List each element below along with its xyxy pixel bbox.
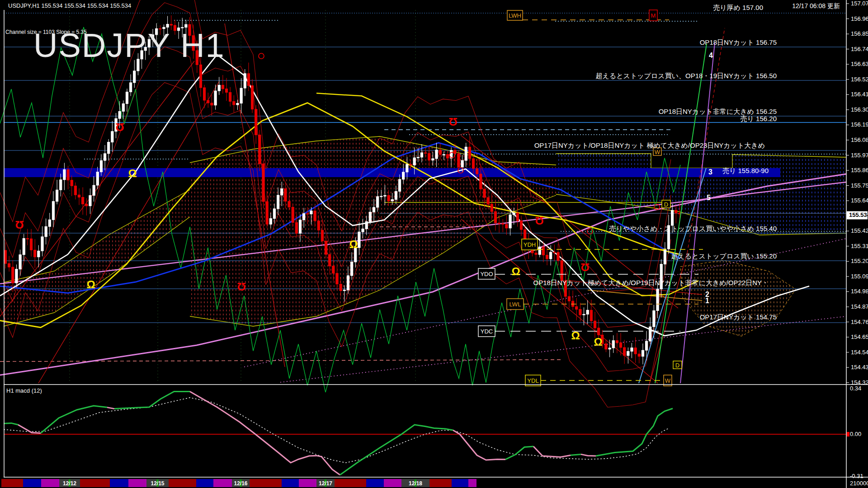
candle-body (480, 174, 482, 189)
candle-body (616, 341, 618, 343)
candle-body (550, 252, 552, 259)
timeline-segment-blue (110, 479, 128, 487)
candle-body (292, 207, 294, 222)
channel-info-label: Channel size = 1103 Slope = 5.35 (5, 29, 87, 35)
candle-body (317, 221, 320, 230)
candle-body (82, 197, 84, 204)
axis-tick-label: 154.540 (851, 349, 868, 356)
candle-body (85, 204, 88, 206)
candle-body (203, 88, 206, 100)
candle-body (609, 348, 611, 349)
orchid-dotted-trendline (280, 316, 846, 382)
candle-body (425, 153, 427, 154)
candle-body (465, 147, 467, 160)
candle-body (199, 65, 202, 88)
candle-body (30, 239, 32, 250)
level-annotation[interactable]: OP17日NYカット 154.75 (700, 313, 777, 321)
trading-terminal-chart[interactable]: 12345LWHMYDHYDOLWLYDCYDLWWDDΩΩΩΩΩΩΩΩΩΩΩΩ… (0, 0, 868, 488)
level-annotation[interactable]: OP18日NYカット 156.75 (700, 38, 777, 46)
update-timestamp: 12/17 06:08 更新 (792, 2, 840, 10)
tag-label-YDL: YDL (527, 377, 538, 384)
omega-marker: Ω (349, 238, 358, 250)
candle-body (358, 232, 360, 248)
candle-body (244, 74, 246, 88)
axis-tick-label: 155.750 (851, 182, 868, 189)
level-annotation[interactable]: 超えるとストップロス買い 155.20 (671, 252, 777, 260)
level-annotation[interactable]: OP18日NYカット極めて大きめ/OP19日NYカット非常に大きめ/OP22日N… (533, 279, 769, 286)
candle-body (45, 226, 47, 237)
candle-body (568, 296, 570, 301)
cloud-body (190, 136, 556, 326)
axis-tick-label: 156.850 (851, 30, 868, 37)
sell-zone-band[interactable] (4, 168, 780, 177)
macd-axis[interactable]: 0.340.00-0.31210000 (847, 385, 868, 487)
tag-label-LWH: LWH (509, 12, 521, 19)
band-annotation[interactable]: 売り 155.80-90 (722, 167, 769, 174)
omega-marker: Ω (448, 116, 457, 128)
candle-body (12, 267, 14, 283)
tag-label-M: M (651, 12, 656, 19)
candle-body (126, 92, 128, 103)
level-annotation[interactable]: 超えるとストップロス買い、OP18・19日NYカット 156.50 (596, 72, 777, 80)
tag-label-W: W (665, 377, 671, 384)
candle-body (387, 195, 390, 201)
macd-axis-label: 0.34 (850, 385, 861, 392)
timeline-segment-blue (452, 479, 468, 487)
macd-indicator-label: H1 macd (12) (6, 387, 42, 394)
level-annotation[interactable]: 売り 156.20 (741, 115, 777, 122)
omega-marker: Ω (535, 215, 543, 227)
candle-body (26, 239, 28, 239)
candle-body (494, 211, 496, 223)
candle-body (413, 158, 415, 165)
candle-body (332, 266, 335, 273)
sell-note-157[interactable]: 売り厚め 157.00 (713, 4, 763, 12)
candle-body (546, 255, 548, 258)
candle-body (380, 196, 382, 197)
axis-tick-label: 155.420 (851, 227, 868, 234)
level-annotation[interactable]: 売りやや小さめ・ストップロス買いやや小さめ 155.40 (609, 225, 777, 232)
candle-body (623, 347, 626, 356)
chart-canvas[interactable]: 12345LWHMYDHYDOLWLYDCYDLWWDDΩΩΩΩΩΩΩΩΩΩΩΩ… (0, 0, 868, 488)
candle-body (284, 189, 287, 202)
candle-body (498, 223, 500, 224)
timeline-segment-blue (23, 479, 41, 487)
macd-main-line (107, 408, 114, 409)
macd-main-line (18, 425, 41, 433)
price-axis[interactable]: 157.070156.960156.850156.740156.630156.5… (846, 0, 868, 386)
candle-body (60, 180, 62, 190)
candle-body (93, 185, 95, 196)
candle-body (351, 262, 353, 276)
candle-body (207, 100, 209, 103)
candle-body (314, 211, 316, 221)
candle-body (461, 160, 463, 167)
candle-body (516, 213, 519, 221)
candle-body (646, 341, 648, 350)
candle-body (336, 273, 338, 284)
cloud-body (4, 190, 190, 326)
candle-body (598, 328, 600, 335)
candle-body (420, 153, 423, 157)
omega-marker: Ω (594, 336, 602, 348)
candle-body (277, 195, 279, 209)
candle-body (553, 252, 556, 253)
level-annotation[interactable]: OP17日NYカット/OP18日NYカット 極めて大きめ/OP23日NYカット大… (534, 141, 765, 149)
axis-tick-label: 156.960 (851, 15, 868, 22)
macd-main-line (4, 423, 18, 425)
timeline-segment-red (429, 479, 452, 487)
candle-body (321, 230, 323, 241)
candle-body (520, 221, 522, 230)
candle-body (347, 276, 349, 290)
axis-tick-label: 155.310 (851, 243, 868, 249)
cloud-orange (680, 260, 796, 336)
candle-body (307, 214, 309, 215)
candle-body (583, 314, 585, 315)
omega-marker: Ω (580, 261, 589, 273)
candle-body (67, 169, 69, 180)
timeline-bar[interactable]: 12/1212/1512/1612/1712/18 (1, 479, 476, 487)
candle-body (170, 24, 172, 25)
candle-body (432, 159, 434, 160)
candle-body (34, 250, 36, 257)
level-annotation[interactable]: OP18日NYカット非常に大きめ 156.25 (659, 108, 777, 115)
candle-body (122, 103, 124, 111)
macd-zero-marker (847, 432, 849, 436)
